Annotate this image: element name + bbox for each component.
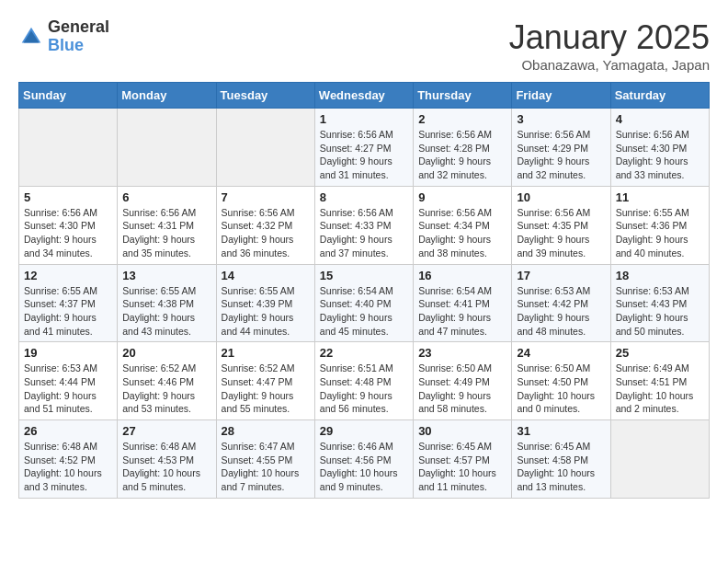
day-info: Sunrise: 6:48 AMSunset: 4:53 PMDaylight:… [122,440,210,494]
day-cell: 30Sunrise: 6:45 AMSunset: 4:57 PMDayligh… [414,420,512,499]
day-number: 26 [24,424,112,438]
day-number: 10 [517,190,605,204]
day-number: 23 [418,346,506,360]
day-number: 17 [517,269,605,282]
title-block: January 2025 Obanazawa, Yamagata, Japan [509,18,710,73]
weekday-header-wednesday: Wednesday [314,83,413,109]
day-cell: 13Sunrise: 6:55 AMSunset: 4:38 PMDayligh… [118,264,216,342]
day-info: Sunrise: 6:54 AMSunset: 4:41 PMDaylight:… [418,284,506,339]
day-number: 24 [517,346,605,360]
day-number: 16 [418,269,506,282]
day-number: 20 [122,346,210,360]
day-cell: 27Sunrise: 6:48 AMSunset: 4:53 PMDayligh… [118,420,216,499]
day-info: Sunrise: 6:50 AMSunset: 4:50 PMDaylight:… [517,362,605,416]
weekday-header-row: SundayMondayTuesdayWednesdayThursdayFrid… [19,83,710,109]
weekday-header-tuesday: Tuesday [216,83,314,109]
day-info: Sunrise: 6:53 AMSunset: 4:43 PMDaylight:… [616,284,704,339]
day-info: Sunrise: 6:50 AMSunset: 4:49 PMDaylight:… [418,362,506,416]
day-cell: 29Sunrise: 6:46 AMSunset: 4:56 PMDayligh… [314,420,413,499]
week-row-2: 5Sunrise: 6:56 AMSunset: 4:30 PMDaylight… [19,186,710,264]
day-info: Sunrise: 6:55 AMSunset: 4:39 PMDaylight:… [222,284,310,339]
day-cell: 6Sunrise: 6:56 AMSunset: 4:31 PMDaylight… [118,186,216,264]
day-number: 5 [24,190,112,204]
day-info: Sunrise: 6:53 AMSunset: 4:42 PMDaylight:… [517,284,605,339]
day-info: Sunrise: 6:56 AMSunset: 4:32 PMDaylight:… [222,206,310,260]
day-number: 12 [24,269,112,282]
logo-text: General Blue [48,18,109,55]
logo-general: General [48,18,109,37]
day-number: 3 [517,112,605,126]
day-info: Sunrise: 6:56 AMSunset: 4:29 PMDaylight:… [517,128,605,182]
day-info: Sunrise: 6:53 AMSunset: 4:44 PMDaylight:… [24,362,112,416]
weekday-header-saturday: Saturday [610,83,709,109]
week-row-3: 12Sunrise: 6:55 AMSunset: 4:37 PMDayligh… [19,264,710,342]
day-number: 13 [122,269,210,282]
day-cell: 25Sunrise: 6:49 AMSunset: 4:51 PMDayligh… [610,342,709,420]
day-cell: 17Sunrise: 6:53 AMSunset: 4:42 PMDayligh… [512,264,610,342]
day-info: Sunrise: 6:48 AMSunset: 4:52 PMDaylight:… [24,440,112,494]
day-cell: 10Sunrise: 6:56 AMSunset: 4:35 PMDayligh… [512,186,610,264]
day-cell [19,109,118,187]
day-cell: 2Sunrise: 6:56 AMSunset: 4:28 PMDaylight… [414,109,512,187]
day-cell: 1Sunrise: 6:56 AMSunset: 4:27 PMDaylight… [314,109,413,187]
day-cell: 7Sunrise: 6:56 AMSunset: 4:32 PMDaylight… [216,186,314,264]
day-cell: 26Sunrise: 6:48 AMSunset: 4:52 PMDayligh… [19,420,118,499]
calendar: SundayMondayTuesdayWednesdayThursdayFrid… [18,82,710,499]
weekday-header-thursday: Thursday [414,83,512,109]
day-cell: 11Sunrise: 6:55 AMSunset: 4:36 PMDayligh… [610,186,709,264]
day-info: Sunrise: 6:45 AMSunset: 4:57 PMDaylight:… [418,440,506,494]
day-number: 29 [320,424,408,438]
page-header: General Blue January 2025 Obanazawa, Yam… [18,18,710,73]
day-number: 14 [222,269,310,282]
day-info: Sunrise: 6:56 AMSunset: 4:35 PMDaylight:… [517,206,605,260]
day-cell: 20Sunrise: 6:52 AMSunset: 4:46 PMDayligh… [118,342,216,420]
day-number: 25 [616,346,704,360]
day-cell: 18Sunrise: 6:53 AMSunset: 4:43 PMDayligh… [610,264,709,342]
day-info: Sunrise: 6:56 AMSunset: 4:27 PMDaylight:… [320,128,408,182]
day-info: Sunrise: 6:52 AMSunset: 4:46 PMDaylight:… [122,362,210,416]
weekday-header-monday: Monday [118,83,216,109]
day-cell [118,109,216,187]
day-info: Sunrise: 6:56 AMSunset: 4:33 PMDaylight:… [320,206,408,260]
day-cell: 5Sunrise: 6:56 AMSunset: 4:30 PMDaylight… [19,186,118,264]
day-info: Sunrise: 6:55 AMSunset: 4:36 PMDaylight:… [616,206,704,260]
day-cell: 4Sunrise: 6:56 AMSunset: 4:30 PMDaylight… [610,109,709,187]
day-cell: 21Sunrise: 6:52 AMSunset: 4:47 PMDayligh… [216,342,314,420]
day-cell: 15Sunrise: 6:54 AMSunset: 4:40 PMDayligh… [314,264,413,342]
day-number: 11 [616,190,704,204]
day-number: 8 [320,190,408,204]
week-row-4: 19Sunrise: 6:53 AMSunset: 4:44 PMDayligh… [19,342,710,420]
day-number: 7 [222,190,310,204]
day-cell: 23Sunrise: 6:50 AMSunset: 4:49 PMDayligh… [414,342,512,420]
day-cell: 31Sunrise: 6:45 AMSunset: 4:58 PMDayligh… [512,420,610,499]
day-number: 2 [418,112,506,126]
day-info: Sunrise: 6:45 AMSunset: 4:58 PMDaylight:… [517,440,605,494]
day-number: 1 [320,112,408,126]
week-row-1: 1Sunrise: 6:56 AMSunset: 4:27 PMDaylight… [19,109,710,187]
day-info: Sunrise: 6:56 AMSunset: 4:30 PMDaylight:… [24,206,112,260]
day-cell: 28Sunrise: 6:47 AMSunset: 4:55 PMDayligh… [216,420,314,499]
day-info: Sunrise: 6:54 AMSunset: 4:40 PMDaylight:… [320,284,408,339]
day-number: 9 [418,190,506,204]
day-info: Sunrise: 6:56 AMSunset: 4:28 PMDaylight:… [418,128,506,182]
day-number: 6 [122,190,210,204]
day-cell: 14Sunrise: 6:55 AMSunset: 4:39 PMDayligh… [216,264,314,342]
day-number: 22 [320,346,408,360]
day-number: 31 [517,424,605,438]
day-cell: 16Sunrise: 6:54 AMSunset: 4:41 PMDayligh… [414,264,512,342]
day-info: Sunrise: 6:49 AMSunset: 4:51 PMDaylight:… [616,362,704,416]
day-info: Sunrise: 6:56 AMSunset: 4:31 PMDaylight:… [122,206,210,260]
day-cell: 24Sunrise: 6:50 AMSunset: 4:50 PMDayligh… [512,342,610,420]
logo-icon [18,24,44,50]
day-info: Sunrise: 6:46 AMSunset: 4:56 PMDaylight:… [320,440,408,494]
logo: General Blue [18,18,109,55]
day-info: Sunrise: 6:56 AMSunset: 4:30 PMDaylight:… [616,128,704,182]
day-cell: 3Sunrise: 6:56 AMSunset: 4:29 PMDaylight… [512,109,610,187]
day-number: 27 [122,424,210,438]
month-title: January 2025 [509,18,710,57]
day-info: Sunrise: 6:55 AMSunset: 4:37 PMDaylight:… [24,284,112,339]
logo-blue: Blue [48,37,109,55]
day-cell: 8Sunrise: 6:56 AMSunset: 4:33 PMDaylight… [314,186,413,264]
weekday-header-sunday: Sunday [19,83,118,109]
day-number: 21 [222,346,310,360]
